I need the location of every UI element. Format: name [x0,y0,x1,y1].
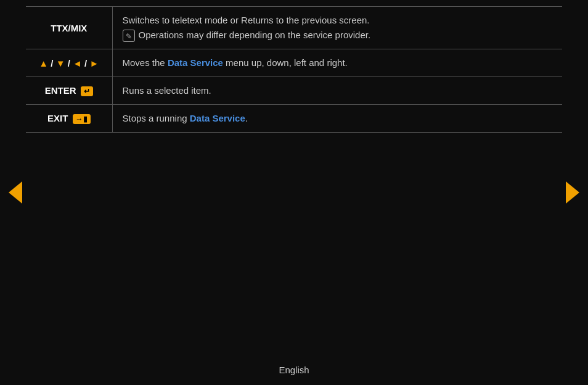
ttx-desc-line2: ✎Operations may differ depending on the … [123,28,553,43]
enter-label: ENTER [45,85,76,96]
slash1: / [51,58,53,68]
data-service-highlight-1: Data Service [168,57,223,68]
desc-cell-enter: Runs a selected item. [112,77,562,105]
exit-desc-post: . [245,113,248,123]
arrows-desc-pre: Moves the [123,57,168,68]
table-row: ENTER ↵ Runs a selected item. [26,77,562,105]
ttx-desc-line1: Switches to teletext mode or Returns to … [123,13,553,28]
nav-next-button[interactable] [566,181,579,204]
nav-prev-button[interactable] [9,181,22,204]
desc-cell-arrows: Moves the Data Service menu up, down, le… [112,49,562,77]
down-arrow-icon: ▼ [56,58,65,68]
footer-language: English [279,365,309,375]
ttx-mix-label: TTX/MIX [51,23,87,33]
key-cell-arrows: ▲ / ▼ / ◄ / ► [26,49,112,77]
arrows-desc-post: menu up, down, left and right. [223,57,348,68]
table-row: EXIT →▮ Stops a running Data Service. [26,105,562,133]
enter-icon: ↵ [81,86,93,96]
right-arrow-icon: ► [89,58,99,68]
ttx-note-text: Operations may differ depending on the s… [139,30,371,40]
note-icon: ✎ [123,30,135,42]
table-row: TTX/MIX Switches to teletext mode or Ret… [26,7,562,49]
exit-icon: →▮ [73,114,91,124]
table-row: ▲ / ▼ / ◄ / ► Moves the Data Service men… [26,49,562,77]
exit-desc-pre: Stops a running [123,113,190,123]
enter-desc: Runs a selected item. [123,85,211,96]
slash3: / [84,58,87,68]
desc-cell-exit: Stops a running Data Service. [112,105,562,133]
key-cell-ttx: TTX/MIX [26,7,112,49]
desc-cell-ttx: Switches to teletext mode or Returns to … [112,7,562,49]
data-service-highlight-2: Data Service [190,113,245,123]
up-arrow-icon: ▲ [39,58,48,68]
left-arrow-icon: ◄ [73,58,82,68]
info-table: TTX/MIX Switches to teletext mode or Ret… [26,6,562,133]
key-cell-enter: ENTER ↵ [26,77,112,105]
key-cell-exit: EXIT →▮ [26,105,112,133]
slash2: / [68,58,70,68]
exit-label: EXIT [47,113,68,123]
